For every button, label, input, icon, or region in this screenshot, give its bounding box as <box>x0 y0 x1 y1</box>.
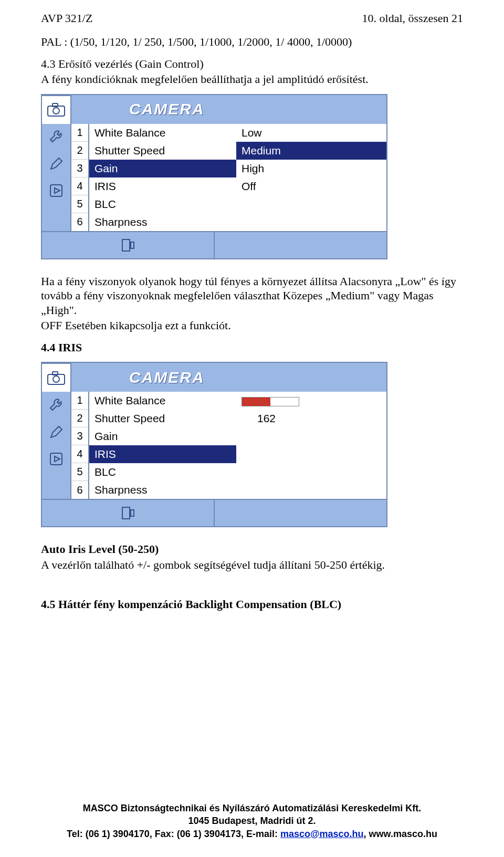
wrench-tab-icon[interactable] <box>42 124 70 151</box>
menu-item-blc[interactable]: BLC <box>89 195 236 213</box>
svg-rect-4 <box>122 239 130 251</box>
menu-item-white-balance[interactable]: White Balance <box>89 392 236 410</box>
svg-point-8 <box>53 376 59 382</box>
menu-number: 3 <box>71 427 88 445</box>
exit-tab-icon[interactable] <box>42 232 215 258</box>
menu-number: 3 <box>71 160 88 177</box>
menu-number: 5 <box>71 195 88 213</box>
auto-iris-title: Auto Iris Level (50-250) <box>41 542 463 557</box>
menu-number: 6 <box>71 213 88 231</box>
menu-item-shutter-speed[interactable]: Shutter Speed <box>89 142 236 160</box>
camera-tab-icon[interactable] <box>42 363 70 392</box>
menu-number: 4 <box>71 445 88 463</box>
menu-item-iris[interactable]: IRIS <box>89 177 236 195</box>
menu-item-iris[interactable]: IRIS <box>89 445 236 463</box>
footer-line-1: MASCO Biztonságtechnikai és Nyílászáró A… <box>0 802 504 814</box>
svg-rect-10 <box>122 507 130 519</box>
menu-item-sharpness[interactable]: Sharpness <box>89 213 236 231</box>
menu-number: 6 <box>71 481 88 499</box>
iris-value: 162 <box>236 410 386 427</box>
menu-number: 1 <box>71 392 88 410</box>
footer-email-link[interactable]: masco@masco.hu <box>280 829 364 839</box>
svg-rect-5 <box>131 242 134 248</box>
menu-item-white-balance[interactable]: White Balance <box>89 124 236 142</box>
camera-menu-gain: CAMERA 1 2 3 4 5 6 <box>41 94 387 259</box>
pal-line: PAL : (1/50, 1/120, 1/ 250, 1/500, 1/100… <box>41 35 463 49</box>
section-4-3-text: A fény kondícióknak megfelelően beállíth… <box>41 72 463 87</box>
menu-number: 4 <box>71 177 88 195</box>
camera-tab-icon[interactable] <box>42 95 70 124</box>
iris-slider[interactable] <box>236 392 386 410</box>
camera-menu-iris: CAMERA 1 2 3 4 5 6 <box>41 362 387 527</box>
gain-option-low[interactable]: Low <box>236 124 386 142</box>
menu-title: CAMERA <box>129 100 205 118</box>
section-4-4-title: 4.4 IRIS <box>41 340 463 355</box>
svg-rect-7 <box>52 372 58 375</box>
svg-rect-11 <box>131 510 134 516</box>
menu-item-gain[interactable]: Gain <box>89 160 236 177</box>
pencil-tab-icon[interactable] <box>42 419 70 445</box>
gain-explain-1: Ha a fény viszonyok olyanok hogy túl fén… <box>41 274 463 318</box>
menu-item-sharpness[interactable]: Sharpness <box>89 481 236 499</box>
menu-number-column: 1 2 3 4 5 6 <box>71 392 89 499</box>
doc-code: AVP 321/Z <box>41 12 92 25</box>
svg-point-2 <box>53 108 59 114</box>
play-tab-icon[interactable] <box>42 445 70 472</box>
gain-explain-2: OFF Esetében kikapcsolja ezt a funkciót. <box>41 318 463 333</box>
play-tab-icon[interactable] <box>42 177 70 204</box>
gain-option-medium[interactable]: Medium <box>236 142 386 160</box>
footer-line-2: 1045 Budapest, Madridi út 2. <box>0 814 504 827</box>
page-indicator: 10. oldal, összesen 21 <box>362 12 463 25</box>
menu-item-shutter-speed[interactable]: Shutter Speed <box>89 410 236 427</box>
menu-number: 5 <box>71 463 88 481</box>
menu-number-column: 1 2 3 4 5 6 <box>71 124 89 231</box>
menu-number: 2 <box>71 410 88 427</box>
menu-number: 2 <box>71 142 88 160</box>
pencil-tab-icon[interactable] <box>42 151 70 177</box>
svg-rect-1 <box>52 103 58 107</box>
footer-line-3: Tel: (06 1) 3904170, Fax: (06 1) 3904173… <box>0 828 504 840</box>
auto-iris-text: A vezérlőn található +/- gombok segítség… <box>41 558 463 572</box>
menu-number: 1 <box>71 124 88 142</box>
menu-title: CAMERA <box>129 369 205 386</box>
page-footer: MASCO Biztonságtechnikai és Nyílászáró A… <box>0 802 504 840</box>
menu-item-blc[interactable]: BLC <box>89 463 236 481</box>
section-4-5-title: 4.5 Háttér fény kompenzáció Backlight Co… <box>41 597 463 612</box>
section-4-3-title: 4.3 Erősítő vezérlés (Gain Control) <box>41 57 463 71</box>
gain-option-high[interactable]: High <box>236 160 386 177</box>
exit-tab-icon[interactable] <box>42 500 215 526</box>
wrench-tab-icon[interactable] <box>42 392 70 419</box>
gain-option-off[interactable]: Off <box>236 177 386 195</box>
menu-item-gain[interactable]: Gain <box>89 427 236 445</box>
